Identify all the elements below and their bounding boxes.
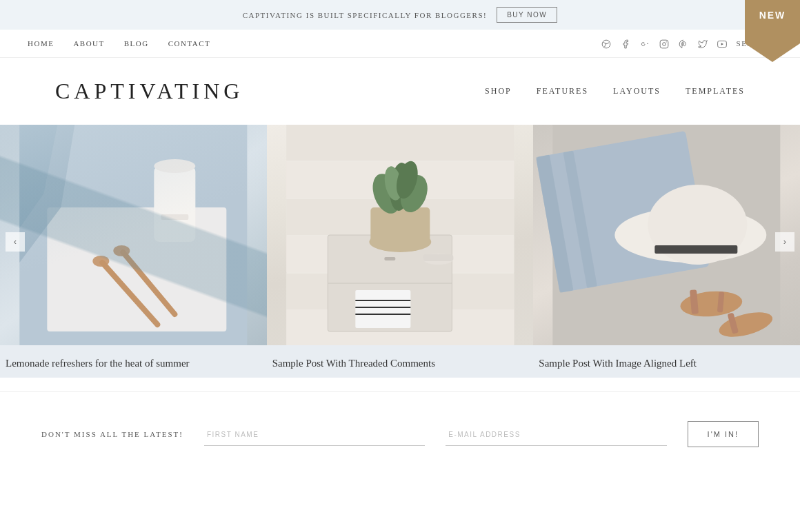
main-nav-layouts[interactable]: LAYOUTS bbox=[613, 86, 661, 96]
slider-wrapper: ‹ bbox=[0, 125, 800, 378]
site-title[interactable]: CAPTIVATING bbox=[55, 79, 243, 104]
main-nav: SHOP FEATURES LAYOUTS TEMPLATES bbox=[485, 86, 745, 96]
dribbble-icon[interactable] bbox=[601, 38, 611, 49]
main-nav-shop[interactable]: SHOP bbox=[485, 86, 512, 96]
nav-about[interactable]: ABOUT bbox=[73, 39, 104, 48]
post-image-2[interactable] bbox=[267, 125, 534, 345]
newsletter-submit-button[interactable]: I'M IN! bbox=[688, 421, 759, 447]
svg-point-12 bbox=[92, 256, 109, 267]
svg-rect-34 bbox=[355, 290, 410, 328]
posts-slider: ‹ bbox=[0, 125, 800, 378]
post-title-2[interactable]: Sample Post With Threaded Comments bbox=[267, 345, 534, 378]
post-image-3[interactable] bbox=[533, 125, 800, 345]
post-card-2: Sample Post With Threaded Comments bbox=[267, 125, 534, 378]
svg-line-11 bbox=[123, 252, 174, 314]
main-nav-features[interactable]: FEATURES bbox=[537, 86, 588, 96]
nav-home[interactable]: HOME bbox=[28, 39, 54, 48]
facebook-icon[interactable] bbox=[621, 38, 630, 49]
svg-rect-6 bbox=[47, 207, 226, 331]
post-image-bg-1 bbox=[0, 125, 267, 345]
post-card-3: Sample Post With Image Aligned Left bbox=[533, 125, 800, 378]
top-banner: CAPTIVATING IS BUILT SPECIFICALLY FOR BL… bbox=[0, 0, 800, 30]
top-nav: HOME ABOUT BLOG CONTACT bbox=[0, 30, 800, 58]
post-image-svg-2 bbox=[267, 125, 534, 345]
post-image-bg-2 bbox=[267, 125, 534, 345]
newsletter-label: DON'T MISS ALL THE LATEST! bbox=[41, 430, 183, 438]
svg-point-13 bbox=[113, 245, 130, 256]
top-banner-text: CAPTIVATING IS BUILT SPECIFICALLY FOR BL… bbox=[243, 11, 488, 19]
svg-rect-23 bbox=[384, 257, 395, 260]
slider-prev-button[interactable]: ‹ bbox=[6, 232, 25, 252]
svg-rect-44 bbox=[655, 245, 738, 254]
post-title-3[interactable]: Sample Post With Image Aligned Left bbox=[533, 345, 800, 378]
nav-contact[interactable]: CONTACT bbox=[168, 39, 211, 48]
svg-point-8 bbox=[154, 159, 195, 173]
newsletter-first-name-input[interactable] bbox=[204, 423, 425, 446]
twitter-icon[interactable] bbox=[698, 38, 708, 49]
new-badge-label: NEW bbox=[759, 10, 786, 21]
svg-rect-26 bbox=[370, 207, 430, 245]
top-nav-links: HOME ABOUT BLOG CONTACT bbox=[28, 39, 210, 48]
svg-rect-15 bbox=[286, 125, 514, 161]
svg-rect-9 bbox=[161, 214, 188, 220]
svg-rect-1 bbox=[660, 40, 668, 48]
svg-rect-33 bbox=[423, 254, 453, 261]
newsletter-email-input[interactable] bbox=[446, 423, 666, 446]
instagram-icon[interactable] bbox=[659, 38, 669, 49]
svg-rect-7 bbox=[154, 166, 195, 242]
post-image-svg-1 bbox=[0, 125, 267, 345]
svg-point-3 bbox=[666, 41, 666, 42]
nav-blog[interactable]: BLOG bbox=[124, 39, 149, 48]
posts-grid: Lemonade refreshers for the heat of summ… bbox=[0, 125, 800, 378]
main-nav-templates[interactable]: TEMPLATES bbox=[686, 86, 745, 96]
post-image-svg-3 bbox=[533, 125, 800, 345]
google-plus-icon[interactable] bbox=[640, 38, 650, 49]
post-title-1[interactable]: Lemonade refreshers for the heat of summ… bbox=[0, 345, 267, 378]
post-image-bg-3 bbox=[533, 125, 800, 345]
post-card-1: Lemonade refreshers for the heat of summ… bbox=[0, 125, 267, 378]
youtube-icon[interactable] bbox=[717, 38, 727, 49]
svg-marker-4 bbox=[721, 43, 723, 45]
svg-rect-5 bbox=[19, 125, 247, 345]
svg-line-10 bbox=[102, 263, 157, 325]
slider-next-button[interactable]: › bbox=[775, 232, 794, 252]
buy-now-button[interactable]: BUY NOW bbox=[497, 7, 557, 23]
post-image-1[interactable] bbox=[0, 125, 267, 345]
pinterest-icon[interactable] bbox=[679, 38, 688, 49]
newsletter-section: DON'T MISS ALL THE LATEST! I'M IN! bbox=[0, 391, 800, 476]
svg-point-2 bbox=[662, 43, 666, 46]
main-header: CAPTIVATING SHOP FEATURES LAYOUTS TEMPLA… bbox=[0, 58, 800, 125]
